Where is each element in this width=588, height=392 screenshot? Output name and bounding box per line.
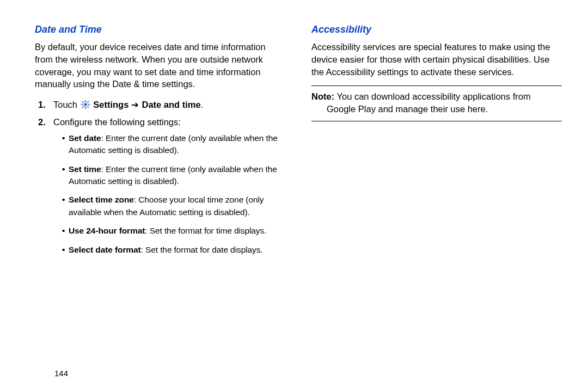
svg-line-9 [82,107,83,108]
step-2: 2. Configure the following settings: Set… [48,115,285,256]
svg-line-6 [82,101,83,102]
bullet-set-date: Set date: Enter the current date (only a… [62,132,285,157]
date-time-steps: 1. Touch [35,98,285,256]
bullet-label: Set date [69,133,101,143]
accessibility-intro: Accessibility services are special featu… [311,41,562,78]
bullet-rest: : Set the format for date displays. [141,245,263,254]
note-line-2: Google Play and manage their use here. [311,103,562,115]
bullet-rest: : Set the format for time displays. [145,226,266,235]
bullet-label: Select date format [69,245,141,254]
page-number: 144 [54,369,68,378]
bullet-select-date-format: Select date format: Set the format for d… [62,244,285,256]
accessibility-heading: Accessibility [311,24,562,35]
step-number: 1. [38,98,46,112]
date-time-heading: Date and Time [35,24,285,35]
step-1-target: Date and time [142,100,200,109]
date-time-intro: By default, your device receives date an… [35,41,285,90]
manual-page: Date and Time By default, your device re… [0,0,588,262]
svg-line-7 [88,107,89,108]
note-label: Note: [311,91,334,101]
step-1-settings: Settings [93,100,128,109]
settings-bullets: Set date: Enter the current date (only a… [53,132,285,256]
bullet-label: Use 24-hour format [69,226,145,235]
arrow-icon: ➔ [131,100,142,110]
step-1-touch: Touch [53,100,80,109]
step-1-period: . [201,100,204,109]
note-box: Note: You can download accessibility app… [311,85,562,121]
bullet-use-24h: Use 24-hour format: Set the format for t… [62,225,285,237]
bullet-label: Set time [69,164,101,174]
bullet-set-time: Set time: Enter the current time (only a… [62,163,285,188]
step-1-text: Touch [53,100,203,109]
svg-line-8 [88,101,89,102]
right-column: Accessibility Accessibility services are… [311,24,562,262]
settings-gear-icon [80,99,91,110]
svg-point-1 [84,103,87,106]
bullet-label: Select time zone [69,195,134,204]
step-number: 2. [38,115,46,129]
left-column: Date and Time By default, your device re… [35,24,285,262]
step-1: 1. Touch [48,98,285,112]
bullet-select-time-zone: Select time zone: Choose your local time… [62,194,285,218]
step-2-text: Configure the following settings: [53,117,181,127]
note-line-1: You can download accessibility applicati… [334,91,530,101]
